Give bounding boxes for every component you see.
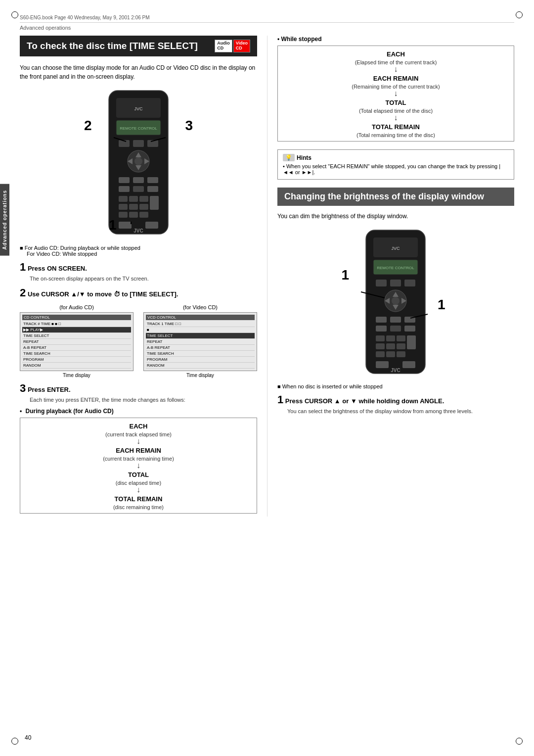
hints-box: 💡 Hints • When you select "EACH REMAIN" … [277,149,514,180]
svg-text:JVC: JVC [391,368,400,373]
rnum-1a: 1 [341,267,349,283]
svg-rect-22 [139,196,148,202]
svg-rect-62 [376,351,385,357]
svg-text:JVC: JVC [134,106,143,111]
badge-video: VideoCD [233,40,250,52]
intro-text: You can choose the time display mode for… [20,63,257,81]
brightness-step1-label: 1 Press CURSOR ▲ or ▼ while holding down… [277,393,514,406]
svg-text:REMOTE CONTROL: REMOTE CONTROL [377,266,415,270]
svg-rect-65 [407,335,416,349]
svg-rect-30 [119,222,132,229]
svg-rect-25 [139,204,148,210]
svg-rect-28 [139,212,148,218]
remote-num-1: 1 [109,217,117,233]
svg-point-49 [392,297,400,305]
step1-note: The on-screen display appears on the TV … [30,276,257,282]
svg-rect-61 [397,343,405,349]
svg-rect-21 [129,196,138,202]
remote-illustration-right: 1 1 JVC REMOTE CONTROL [356,228,435,378]
svg-rect-67 [402,361,415,368]
svg-rect-17 [119,186,130,192]
rnum-1b: 1 [438,297,445,313]
svg-rect-63 [386,351,395,357]
brightness-note: ■ When no disc is inserted or while stop… [277,383,514,389]
corner-mark-tr [514,10,524,20]
svg-rect-27 [129,212,138,218]
corner-mark-br [514,736,524,746]
step3-note: Each time you press ENTER, the time mode… [30,397,257,403]
svg-rect-19 [147,186,158,192]
svg-rect-18 [133,186,144,192]
audio-cd-panel: (for Audio CD) CD CONTROL TRACK # TIME ■… [20,304,134,378]
svg-rect-50 [376,317,387,323]
svg-rect-6 [133,140,144,147]
left-section-title: To check the disc time [TIME SELECT] Aud… [20,36,257,56]
page-number: 40 [25,734,31,741]
remote-num-3: 3 [185,118,193,134]
step1-label: 1 Press ON SCREEN. [20,261,257,274]
svg-rect-29 [150,196,159,210]
svg-rect-59 [376,343,385,349]
remote-illustration-left: 2 3 1 JVC REMOTE CONTROL [99,88,178,238]
svg-rect-56 [376,335,385,341]
remote-num-2: 2 [84,118,92,134]
svg-rect-31 [145,222,158,229]
svg-rect-23 [119,204,128,210]
while-stopped-section: While stopped EACH (Elapsed time of the … [277,36,514,142]
svg-rect-51 [390,317,401,323]
brightness-title: Changing the brightness of the display w… [277,188,514,206]
side-tab: Advanced operations [0,184,9,256]
svg-rect-53 [376,326,387,331]
file-info: S60-ENG.book Page 40 Wednesday, May 9, 2… [20,15,514,23]
flow-stopped: EACH (Elapsed time of the current track)… [277,46,514,142]
svg-rect-55 [404,326,415,331]
svg-rect-41 [376,280,387,286]
badge-audio: AudioCD [215,40,232,52]
remote-svg-right: JVC REMOTE CONTROL [356,228,435,376]
step3-label: 3 Press ENTER. [20,382,257,395]
flow-during-title: During playback (for Audio CD) [26,408,114,415]
svg-rect-66 [376,361,389,368]
svg-rect-26 [119,212,128,218]
svg-rect-20 [119,196,128,202]
video-cd-panel: (for Video CD) VCD CONTROL TRACK 1 TIME … [143,304,257,378]
svg-rect-60 [386,343,395,349]
brightness-intro: You can dim the brightness of the displa… [277,212,514,221]
svg-rect-14 [119,177,130,183]
step2-label: 2 Use CURSOR ▲/▼ to move ⏱ to [TIME SELE… [20,286,257,299]
svg-rect-58 [397,335,405,341]
audio-video-note: ■ For Audio CD: During playback or while… [20,245,257,257]
display-panels: (for Audio CD) CD CONTROL TRACK # TIME ■… [20,304,257,378]
svg-rect-15 [133,177,144,183]
svg-rect-42 [390,280,401,286]
corner-mark-tl [10,10,20,20]
svg-point-13 [134,157,142,165]
svg-rect-24 [129,204,138,210]
svg-rect-54 [390,326,401,331]
svg-text:REMOTE CONTROL: REMOTE CONTROL [120,126,157,131]
brightness-step1-note: You can select the brightness of the dis… [287,408,514,414]
section-label: Advanced operations [20,25,514,31]
corner-mark-bl [10,736,20,746]
while-stopped-title: While stopped [277,36,514,43]
svg-text:JVC: JVC [134,228,143,234]
svg-rect-43 [404,280,415,286]
svg-rect-57 [386,335,395,341]
flow-during: EACH (current track elapsed time) ↓ EACH… [20,418,257,514]
svg-rect-16 [147,177,158,183]
remote-svg-left: JVC REMOTE CONTROL [99,88,178,236]
svg-rect-64 [397,351,405,357]
svg-text:JVC: JVC [392,246,400,251]
